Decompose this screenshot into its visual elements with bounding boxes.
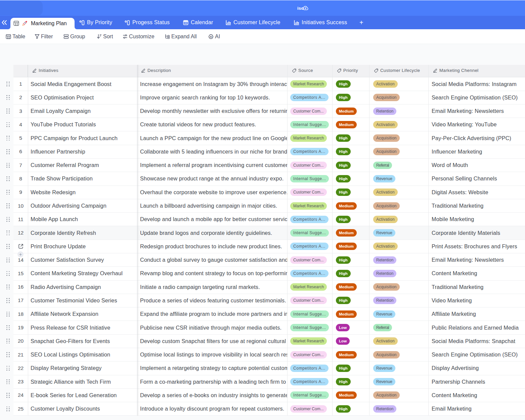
svg-text:AI: AI	[210, 35, 212, 38]
